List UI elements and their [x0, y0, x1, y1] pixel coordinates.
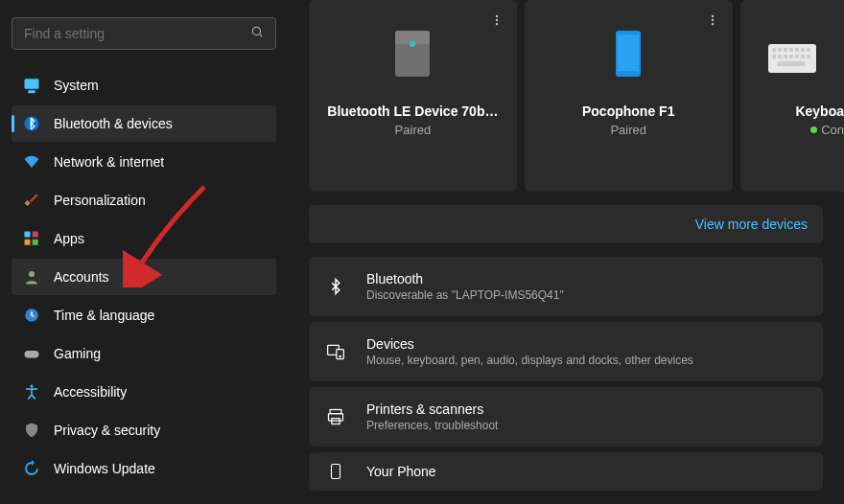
svg-rect-30: [801, 48, 805, 52]
card-menu-button[interactable]: [698, 6, 727, 34]
svg-point-14: [496, 19, 498, 21]
svg-rect-8: [33, 240, 38, 245]
paintbrush-icon: [23, 192, 40, 209]
sidebar-item-apps[interactable]: Apps: [12, 220, 276, 257]
card-menu-button[interactable]: [482, 6, 511, 34]
device-title: Keyboa: [740, 103, 844, 119]
svg-point-13: [496, 15, 498, 17]
device-card[interactable]: Keyboa Con: [740, 0, 844, 192]
svg-rect-26: [778, 48, 782, 52]
row-subtitle: Discoverable as "LAPTOP-IMS56Q41": [366, 288, 564, 302]
svg-rect-3: [29, 91, 35, 93]
view-more-devices-link[interactable]: View more devices: [695, 217, 808, 232]
svg-rect-32: [772, 55, 776, 58]
keyboard-icon: [768, 44, 816, 73]
svg-rect-33: [778, 55, 782, 58]
sidebar-item-label: Personalization: [54, 193, 146, 208]
sidebar-item-label: Time & language: [54, 308, 154, 323]
bluetooth-icon: [326, 277, 345, 296]
settings-rows: Bluetooth Discoverable as "LAPTOP-IMS56Q…: [288, 257, 844, 491]
device-title: Bluetooth LE Device 70b…: [309, 103, 517, 119]
gamepad-icon: [23, 345, 40, 362]
person-icon: [23, 268, 40, 286]
sidebar-item-label: Network & internet: [54, 154, 164, 170]
sidebar: System Bluetooth & devices Network & int…: [0, 0, 288, 504]
sidebar-item-bluetooth-devices[interactable]: Bluetooth & devices: [12, 105, 276, 142]
svg-rect-39: [778, 61, 805, 66]
sidebar-item-label: Gaming: [54, 346, 101, 361]
svg-point-0: [252, 27, 260, 34]
printer-icon: [326, 407, 345, 426]
svg-point-12: [31, 385, 34, 388]
row-subtitle: Mouse, keyboard, pen, audio, displays an…: [366, 354, 693, 367]
sidebar-item-label: Accounts: [54, 269, 109, 285]
row-subtitle: Preferences, troubleshoot: [366, 419, 498, 432]
sidebar-item-label: Bluetooth & devices: [54, 116, 173, 131]
svg-rect-46: [332, 465, 340, 479]
svg-point-15: [496, 23, 498, 25]
svg-point-9: [29, 271, 35, 277]
status-dot: [810, 126, 817, 133]
sidebar-item-label: Apps: [54, 231, 84, 246]
sidebar-item-label: Accessibility: [54, 384, 127, 400]
svg-rect-7: [25, 240, 31, 245]
row-title: Devices: [366, 336, 693, 352]
selection-bar: [12, 115, 14, 132]
sidebar-item-label: Windows Update: [54, 461, 155, 476]
bluetooth-row[interactable]: Bluetooth Discoverable as "LAPTOP-IMS56Q…: [309, 257, 823, 316]
svg-rect-37: [801, 55, 805, 58]
sidebar-item-network[interactable]: Network & internet: [12, 144, 276, 180]
sidebar-item-system[interactable]: System: [12, 67, 276, 103]
phone-icon: [614, 29, 643, 79]
your-phone-row[interactable]: Your Phone: [309, 452, 823, 491]
svg-rect-44: [329, 414, 343, 422]
svg-rect-38: [807, 55, 810, 58]
printers-row[interactable]: Printers & scanners Preferences, trouble…: [309, 387, 823, 447]
sidebar-item-gaming[interactable]: Gaming: [12, 335, 276, 372]
bluetooth-icon: [23, 115, 40, 132]
accessibility-icon: [23, 383, 40, 401]
sidebar-item-accounts[interactable]: Accounts: [12, 259, 276, 295]
device-icon: [393, 29, 432, 79]
device-title: Pocophone F1: [525, 103, 733, 119]
device-card[interactable]: Bluetooth LE Device 70b… Paired: [309, 0, 517, 192]
sidebar-item-label: Privacy & security: [54, 423, 160, 438]
svg-rect-36: [795, 55, 799, 58]
monitor-icon: [23, 77, 40, 94]
svg-point-19: [711, 15, 713, 17]
svg-rect-35: [789, 55, 793, 58]
devices-icon: [326, 342, 345, 361]
phone-icon: [326, 462, 345, 481]
svg-rect-25: [772, 48, 776, 52]
svg-rect-5: [25, 232, 31, 238]
row-title: Printers & scanners: [366, 401, 498, 417]
svg-rect-29: [795, 48, 799, 52]
search-input[interactable]: [24, 26, 250, 41]
device-status: Paired: [610, 123, 646, 137]
sidebar-item-time-language[interactable]: Time & language: [12, 297, 276, 333]
shield-icon: [23, 422, 40, 439]
svg-rect-2: [25, 79, 39, 89]
device-status: Paired: [395, 123, 432, 137]
device-card[interactable]: Pocophone F1 Paired: [525, 0, 733, 192]
search-box[interactable]: [12, 17, 276, 50]
row-title: Your Phone: [366, 464, 436, 479]
device-status: Con: [740, 123, 844, 137]
kebab-icon: [490, 13, 504, 27]
wifi-icon: [23, 153, 40, 171]
svg-point-18: [410, 41, 415, 47]
sidebar-item-windows-update[interactable]: Windows Update: [12, 450, 276, 487]
devices-row[interactable]: Devices Mouse, keyboard, pen, audio, dis…: [309, 322, 823, 381]
svg-point-42: [340, 355, 340, 356]
svg-rect-6: [33, 232, 38, 238]
update-icon: [23, 460, 40, 477]
svg-rect-34: [784, 55, 787, 58]
sidebar-item-privacy[interactable]: Privacy & security: [12, 412, 276, 448]
svg-rect-28: [789, 48, 793, 52]
sidebar-item-accessibility[interactable]: Accessibility: [12, 374, 276, 410]
view-more-devices-row[interactable]: View more devices: [309, 205, 823, 243]
clock-icon: [23, 307, 40, 324]
search-icon: [250, 25, 264, 42]
sidebar-item-personalization[interactable]: Personalization: [12, 182, 276, 218]
svg-line-1: [260, 34, 263, 37]
